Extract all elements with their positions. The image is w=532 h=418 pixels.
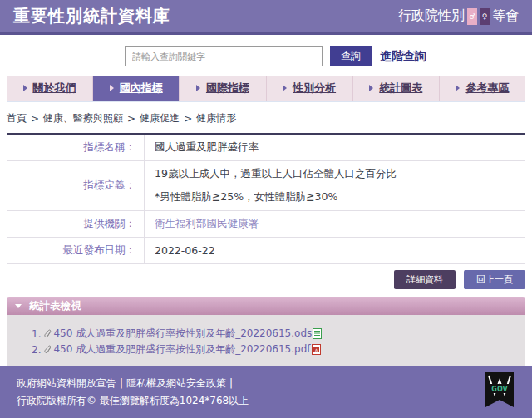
- breadcrumb-separator: >: [184, 113, 192, 125]
- indicator-detail-table: 指標名稱： 國人過重及肥胖盛行率 指標定義： 19歲以上成人中，過重以上人口佔全…: [7, 135, 525, 264]
- svg-text:GOV: GOV: [491, 386, 508, 393]
- breadcrumb: 首頁 > 健康、醫療與照顧 > 健康促進 > 健康情形: [7, 111, 525, 125]
- pdf-file-icon: A: [312, 344, 321, 355]
- detail-data-button[interactable]: 詳細資料: [394, 270, 456, 289]
- back-button[interactable]: 回上一頁: [464, 270, 525, 289]
- tab-gender-analysis[interactable]: 性別分析: [267, 76, 353, 101]
- page-footer: 政府網站資料開放宣告|隱私權及網站安全政策| 行政院版權所有© 最佳瀏覽解析度為…: [0, 366, 532, 418]
- triangle-right-icon: [369, 85, 373, 91]
- tab-label: 關於我們: [33, 81, 76, 96]
- triangle-right-icon: [110, 85, 114, 91]
- privacy-policy-link[interactable]: 隱私權及網站安全政策: [126, 377, 226, 389]
- file-index: 1.: [32, 328, 41, 340]
- main-nav: 關於我們 國內指標 國際指標 性別分析 統計圖表 參考專區: [7, 76, 525, 102]
- row-label: 提供機關：: [7, 211, 145, 237]
- breadcrumb-separator: >: [127, 113, 135, 125]
- tab-international-indicators[interactable]: 國際指標: [180, 76, 266, 101]
- triangle-down-icon: [15, 304, 22, 308]
- breadcrumb-separator: >: [31, 113, 39, 125]
- copyright-text: 行政院版權所有© 最佳瀏覽解析度為1024*768以上: [17, 392, 249, 410]
- footer-text: 政府網站資料開放宣告|隱私權及網站安全政策| 行政院版權所有© 最佳瀏覽解析度為…: [17, 375, 249, 410]
- triangle-right-icon: [23, 85, 27, 91]
- tab-statistical-charts[interactable]: 統計圖表: [353, 76, 440, 101]
- open-data-declaration-link[interactable]: 政府網站資料開放宣告: [17, 377, 116, 389]
- triangle-right-icon: [283, 85, 287, 91]
- site-header: 重要性別統計資料庫 行政院性別 ♂ ♀ 等會: [0, 0, 532, 35]
- stats-files-panel: 1. 450 成人過重及肥胖盛行率按性別及年齡_20220615.ods 2. …: [7, 315, 525, 371]
- file-index: 2.: [32, 344, 41, 356]
- tab-about-us[interactable]: 關於我們: [7, 76, 93, 101]
- table-row: 最近發布日期： 2022-06-22: [7, 237, 525, 263]
- gov-certification-logo: GOV: [484, 372, 515, 412]
- advanced-search-link[interactable]: 進階查詢: [380, 49, 426, 64]
- breadcrumb-health-category[interactable]: 健康、醫療與照顧: [43, 111, 123, 125]
- breadcrumb-health-promotion[interactable]: 健康促進: [140, 111, 180, 125]
- indicator-name-value: 國人過重及肥胖盛行率: [155, 140, 525, 155]
- list-item: 2. 450 成人過重及肥胖盛行率按性別及年齡_20220615.pdf A: [32, 342, 525, 357]
- footer-separator: |: [229, 377, 233, 389]
- site-title: 重要性別統計資料庫: [13, 5, 170, 27]
- ods-file-link[interactable]: 450 成人過重及肥胖盛行率按性別及年齡_20220615.ods: [53, 327, 312, 341]
- publish-date-value: 2022-06-22: [155, 244, 525, 257]
- indicator-definition-line1: 19歲以上成人中，過重以上人口佔全體人口之百分比: [155, 167, 525, 181]
- org-logo: 行政院性別 ♂ ♀ 等會: [398, 7, 519, 25]
- org-name-left: 行政院性別: [398, 7, 465, 25]
- list-item: 1. 450 成人過重及肥胖盛行率按性別及年齡_20220615.ods: [32, 327, 525, 341]
- tab-reference-area[interactable]: 參考專區: [440, 76, 525, 101]
- table-row: 指標名稱： 國人過重及肥胖盛行率: [7, 135, 525, 160]
- tab-domestic-indicators[interactable]: 國內指標: [93, 76, 180, 101]
- tab-label: 性別分析: [293, 81, 336, 96]
- breadcrumb-health-condition[interactable]: 健康情形: [196, 111, 236, 125]
- footer-separator: |: [120, 377, 123, 389]
- search-bar: 查詢 進階查詢: [125, 46, 532, 66]
- row-label: 最近發布日期：: [7, 238, 145, 263]
- row-label: 指標名稱：: [7, 135, 145, 160]
- providing-agency-link[interactable]: 衛生福利部國民健康署: [155, 217, 525, 231]
- gender-female-icon: ♀: [480, 8, 490, 25]
- row-label: 指標定義：: [7, 161, 145, 210]
- indicator-definition-line2: *男性體脂肪≧25%，女性體脂肪≧30%: [155, 190, 525, 204]
- tab-label: 統計圖表: [379, 81, 422, 96]
- tab-label: 國際指標: [206, 81, 249, 96]
- search-input[interactable]: [125, 46, 323, 66]
- triangle-right-icon: [456, 85, 460, 91]
- table-row: 指標定義： 19歲以上成人中，過重以上人口佔全體人口之百分比 *男性體脂肪≧25…: [7, 160, 525, 210]
- tab-label: 參考專區: [466, 81, 509, 96]
- gender-male-icon: ♂: [467, 8, 477, 25]
- search-button[interactable]: 查詢: [330, 46, 372, 66]
- paperclip-icon: [44, 329, 52, 339]
- org-name-right: 等會: [492, 7, 519, 25]
- action-buttons: 詳細資料 回上一頁: [7, 270, 525, 289]
- stats-table-section-header[interactable]: 統計表檢視: [7, 297, 525, 315]
- paperclip-icon: [44, 345, 52, 355]
- triangle-right-icon: [196, 85, 200, 91]
- table-row: 提供機關： 衛生福利部國民健康署: [7, 210, 525, 237]
- ods-file-icon: [313, 328, 322, 339]
- pdf-file-link[interactable]: 450 成人過重及肥胖盛行率按性別及年齡_20220615.pdf: [53, 342, 310, 357]
- breadcrumb-home[interactable]: 首頁: [7, 111, 27, 125]
- section-title: 統計表檢視: [29, 299, 81, 313]
- tab-label: 國內指標: [120, 81, 163, 96]
